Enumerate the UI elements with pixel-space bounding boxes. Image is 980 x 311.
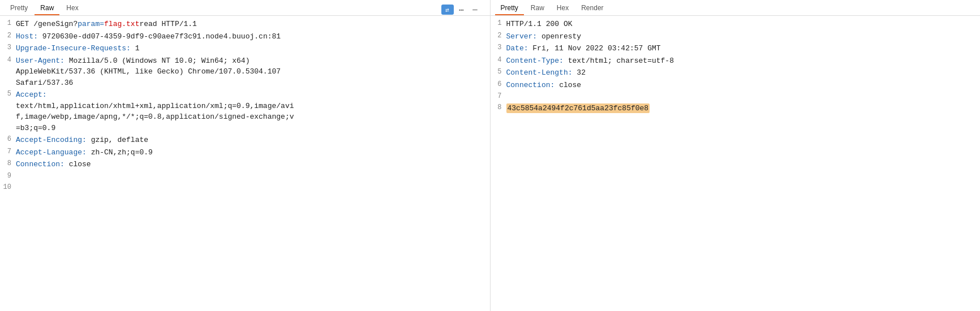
line-text: Date: Fri, 11 Nov 2022 03:42:57 GMT bbox=[506, 43, 981, 54]
line-text: Accept: text/html,application/xhtml+xml,… bbox=[16, 89, 490, 133]
line-number: 7 bbox=[491, 92, 506, 100]
code-line: 5Content-Length: 32 bbox=[491, 67, 981, 79]
line-text: GET /geneSign?param=flag.txtread HTTP/1.… bbox=[16, 19, 490, 30]
line-number: 8 bbox=[0, 159, 16, 167]
right-panel: 1HTTP/1.1 200 OK2Server: openresty3Date:… bbox=[491, 16, 981, 311]
line-number: 4 bbox=[0, 55, 16, 64]
line-number: 4 bbox=[491, 55, 506, 64]
line-number: 8 bbox=[491, 103, 506, 111]
expand-icon[interactable]: ⋯ bbox=[456, 4, 467, 15]
tab-right-render[interactable]: Render bbox=[575, 2, 609, 15]
line-number: 5 bbox=[491, 67, 506, 76]
line-number: 3 bbox=[491, 43, 506, 51]
tab-right-pretty[interactable]: Pretty bbox=[495, 2, 524, 15]
line-number: 9 bbox=[0, 171, 16, 180]
code-line: 4Content-Type: text/html; charset=utf-8 bbox=[491, 55, 981, 67]
line-text: Connection: close bbox=[506, 80, 981, 91]
minimize-icon[interactable]: — bbox=[470, 4, 481, 15]
line-number: 7 bbox=[0, 147, 16, 156]
line-number: 10 bbox=[0, 183, 16, 191]
code-line: 3Date: Fri, 11 Nov 2022 03:42:57 GMT bbox=[491, 42, 981, 55]
code-line: 4User-Agent: Mozilla/5.0 (Windows NT 10.… bbox=[0, 55, 490, 89]
code-line: 7 bbox=[491, 91, 981, 102]
line-text: Accept-Encoding: gzip, deflate bbox=[16, 135, 490, 146]
line-text: User-Agent: Mozilla/5.0 (Windows NT 10.0… bbox=[16, 55, 490, 89]
right-panel-tabs: Pretty Raw Hex Render bbox=[491, 0, 981, 15]
tab-left-raw[interactable]: Raw bbox=[35, 2, 59, 15]
tab-right-raw[interactable]: Raw bbox=[525, 2, 550, 15]
line-text: Server: openresty bbox=[506, 31, 981, 42]
line-number: 3 bbox=[0, 43, 16, 51]
line-text: Upgrade-Insecure-Requests: 1 bbox=[16, 43, 490, 54]
line-number: 2 bbox=[0, 31, 16, 40]
top-bar: Pretty Raw Hex ⇄ ⋯ — Pretty Raw Hex Rend… bbox=[0, 0, 980, 16]
code-line: 1HTTP/1.1 200 OK bbox=[491, 18, 981, 31]
left-panel-tabs: Pretty Raw Hex ⇄ ⋯ — bbox=[0, 0, 491, 15]
line-number: 2 bbox=[491, 31, 506, 40]
line-number: 1 bbox=[491, 19, 506, 27]
line-text: Host: 9720630e-dd07-4359-9df9-c90aee7f3c… bbox=[16, 31, 490, 42]
line-number: 5 bbox=[0, 89, 16, 98]
line-number: 1 bbox=[0, 19, 16, 27]
line-text: HTTP/1.1 200 OK bbox=[506, 19, 981, 30]
line-text: Content-Length: 32 bbox=[506, 67, 981, 79]
tab-left-hex[interactable]: Hex bbox=[61, 2, 84, 15]
line-number: 6 bbox=[491, 80, 506, 88]
code-line: 2Server: openresty bbox=[491, 31, 981, 43]
code-line: 9 bbox=[0, 171, 490, 182]
left-panel: 1GET /geneSign?param=flag.txtread HTTP/1… bbox=[0, 16, 491, 311]
tab-left-pretty[interactable]: Pretty bbox=[5, 2, 33, 15]
code-line: 843c5854a2494f2c761d5aa23fc85f0e8 bbox=[491, 102, 981, 115]
code-line: 3Upgrade-Insecure-Requests: 1 bbox=[0, 42, 490, 55]
swap-icon[interactable]: ⇄ bbox=[441, 5, 454, 15]
line-number: 6 bbox=[0, 135, 16, 143]
left-panel-icons: ⇄ ⋯ — bbox=[437, 4, 485, 15]
tab-right-hex[interactable]: Hex bbox=[551, 2, 574, 15]
line-text: Content-Type: text/html; charset=utf-8 bbox=[506, 55, 981, 67]
code-line: 2Host: 9720630e-dd07-4359-9df9-c90aee7f3… bbox=[0, 31, 490, 43]
code-line: 6Connection: close bbox=[491, 79, 981, 92]
line-text: 43c5854a2494f2c761d5aa23fc85f0e8 bbox=[506, 103, 981, 114]
code-line: 8Connection: close bbox=[0, 158, 490, 171]
panels-container: 1GET /geneSign?param=flag.txtread HTTP/1… bbox=[0, 16, 980, 311]
line-text: Connection: close bbox=[16, 159, 490, 170]
code-line: 10 bbox=[0, 182, 490, 193]
code-line: 5Accept: text/html,application/xhtml+xml… bbox=[0, 89, 490, 134]
code-line: 1GET /geneSign?param=flag.txtread HTTP/1… bbox=[0, 18, 490, 31]
line-text: Accept-Language: zh-CN,zh;q=0.9 bbox=[16, 147, 490, 158]
code-line: 6Accept-Encoding: gzip, deflate bbox=[0, 134, 490, 146]
code-line: 7Accept-Language: zh-CN,zh;q=0.9 bbox=[0, 146, 490, 159]
